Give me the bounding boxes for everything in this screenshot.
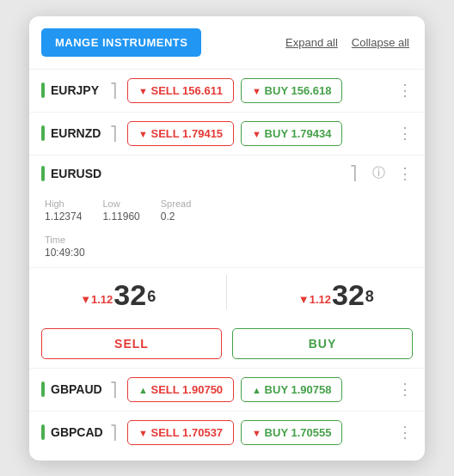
- instrument-row-gbpaud: GBPAUD ⎤ ▲ SELL 1.90750 ▲ BUY 1.90758 ⋮: [29, 369, 425, 412]
- sell-button-gbpaud[interactable]: ▲ SELL 1.90750: [127, 377, 234, 402]
- buy-big-price: 32: [332, 280, 365, 309]
- indicator-eurjpy: [41, 82, 45, 98]
- buy-arrow-gbpcad: ▼: [252, 428, 261, 438]
- more-icon-eurusd[interactable]: ⋮: [397, 164, 413, 183]
- sell-sup-price: 6: [147, 288, 156, 306]
- buy-button-gbpcad[interactable]: ▼ BUY 1.70555: [241, 420, 342, 445]
- chart-icon-eurnzd[interactable]: ⎤: [110, 125, 117, 142]
- time-value: 10:49:30: [45, 247, 85, 259]
- instrument-name-gbpcad: GBPCAD: [41, 424, 103, 440]
- sell-arrow-eurjpy: ▼: [138, 86, 148, 96]
- spread-value: 0.2: [161, 211, 191, 223]
- buy-arrow-gbpaud: ▲: [252, 385, 261, 395]
- sell-button-eurjpy[interactable]: ▼ SELL 156.611: [127, 78, 234, 103]
- buy-arrow-eurjpy: ▼: [252, 86, 261, 96]
- indicator-eurusd: [41, 166, 45, 181]
- header-links: Expand all Collapse all: [285, 36, 409, 49]
- indicator-gbpcad: [41, 424, 45, 440]
- instrument-row-eurusd: EURUSD ⎤ ⓘ ⋮ High 1.12374 Low 1.11960 Sp…: [29, 156, 425, 369]
- buy-button-eurusd[interactable]: BUY: [232, 328, 413, 359]
- instrument-name-eurusd: EURUSD: [41, 166, 103, 181]
- low-label: Low: [102, 198, 139, 209]
- high-label: High: [45, 198, 82, 209]
- sell-button-gbpcad[interactable]: ▼ SELL 1.70537: [127, 420, 234, 445]
- sell-small-price: ▼1.12: [80, 293, 113, 306]
- indicator-gbpaud: [41, 381, 45, 397]
- stat-low: Low 1.11960: [102, 198, 139, 223]
- eurusd-buy-price: ▼1.12 32 8: [298, 280, 374, 309]
- stat-high: High 1.12374: [45, 198, 82, 223]
- info-icon-eurusd[interactable]: ⓘ: [372, 165, 385, 181]
- instrument-name-eurjpy: EURJPY: [41, 82, 103, 98]
- eurusd-time-row: Time 10:49:30: [29, 235, 425, 260]
- stat-time: Time 10:49:30: [45, 235, 85, 259]
- sell-arrow-eurnzd: ▼: [138, 129, 148, 139]
- chart-icon-gbpaud[interactable]: ⎤: [110, 381, 117, 398]
- header: MANGE INSTRUMENTS Expand all Collapse al…: [29, 16, 425, 70]
- sell-big-price: 32: [114, 280, 146, 309]
- buy-small-price: ▼1.12: [298, 293, 331, 306]
- indicator-eurnzd: [41, 125, 45, 141]
- chart-icon-eurusd[interactable]: ⎤: [350, 165, 357, 181]
- expand-all-button[interactable]: Expand all: [285, 36, 338, 49]
- eurusd-actions: SELL BUY: [29, 321, 425, 368]
- more-icon-gbpaud[interactable]: ⋮: [397, 380, 413, 399]
- instrument-row-eurjpy: EURJPY ⎤ ▼ SELL 156.611 ▼ BUY 156.618 ⋮: [29, 70, 425, 113]
- spread-label: Spread: [161, 198, 191, 209]
- price-divider: [226, 275, 227, 309]
- collapse-all-button[interactable]: Collapse all: [352, 36, 409, 49]
- eurusd-top: EURUSD ⎤ ⓘ ⋮: [29, 156, 425, 188]
- more-icon-eurjpy[interactable]: ⋮: [397, 81, 413, 100]
- manage-instruments-button[interactable]: MANGE INSTRUMENTS: [41, 28, 201, 57]
- chart-icon-eurjpy[interactable]: ⎤: [110, 82, 117, 99]
- sell-arrow-gbpcad: ▼: [138, 428, 148, 438]
- buy-arrow-eurnzd: ▼: [252, 129, 261, 139]
- low-value: 1.11960: [102, 211, 139, 223]
- time-label: Time: [45, 235, 85, 245]
- stat-spread: Spread 0.2: [161, 198, 191, 223]
- eurusd-sell-price: ▼1.12 32 6: [80, 280, 156, 309]
- buy-button-eurjpy[interactable]: ▼ BUY 156.618: [241, 78, 342, 103]
- sell-arrow-gbpaud: ▲: [138, 385, 148, 395]
- eurusd-price-row: ▼1.12 32 6 ▼1.12 32 8: [29, 267, 425, 314]
- buy-button-gbpaud[interactable]: ▲ BUY 1.90758: [241, 377, 342, 402]
- buy-button-eurnzd[interactable]: ▼ BUY 1.79434: [241, 121, 342, 146]
- high-value: 1.12374: [45, 211, 82, 223]
- instrument-name-gbpaud: GBPAUD: [41, 381, 103, 397]
- instrument-name-eurnzd: EURNZD: [41, 125, 103, 141]
- sell-button-eurusd[interactable]: SELL: [41, 328, 222, 359]
- eurusd-stats: High 1.12374 Low 1.11960 Spread 0.2: [29, 195, 425, 228]
- buy-sup-price: 8: [365, 288, 374, 306]
- instrument-row-gbpcad: GBPCAD ⎤ ▼ SELL 1.70537 ▼ BUY 1.70555 ⋮: [29, 412, 425, 454]
- sell-button-eurnzd[interactable]: ▼ SELL 1.79415: [127, 121, 234, 146]
- more-icon-gbpcad[interactable]: ⋮: [397, 423, 413, 442]
- instruments-card: MANGE INSTRUMENTS Expand all Collapse al…: [29, 16, 425, 461]
- more-icon-eurnzd[interactable]: ⋮: [397, 124, 413, 143]
- instrument-row-eurnzd: EURNZD ⎤ ▼ SELL 1.79415 ▼ BUY 1.79434 ⋮: [29, 113, 425, 156]
- chart-icon-gbpcad[interactable]: ⎤: [110, 424, 117, 441]
